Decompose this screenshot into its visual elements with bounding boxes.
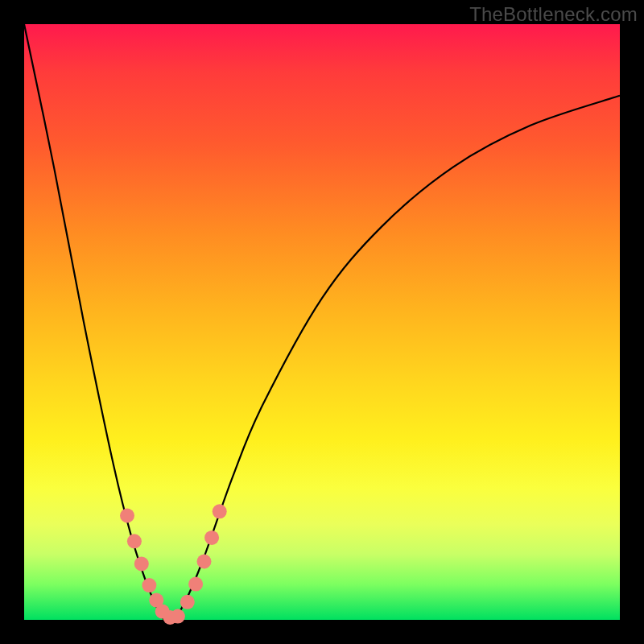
highlight-marker xyxy=(213,504,227,518)
frame: TheBottleneck.com xyxy=(0,0,644,644)
highlight-marker xyxy=(188,577,203,592)
plot-area xyxy=(24,24,620,620)
highlight-marker-group xyxy=(120,504,227,625)
watermark-text: TheBottleneck.com xyxy=(469,3,638,26)
bottleneck-curve xyxy=(24,24,620,623)
highlight-marker xyxy=(204,530,219,545)
highlight-marker xyxy=(197,555,212,569)
highlight-marker xyxy=(142,578,156,592)
highlight-marker xyxy=(134,556,149,571)
highlight-marker xyxy=(180,595,195,609)
highlight-marker xyxy=(127,534,142,548)
highlight-marker xyxy=(120,509,134,523)
highlight-marker xyxy=(171,609,185,624)
chart-svg xyxy=(24,24,620,620)
